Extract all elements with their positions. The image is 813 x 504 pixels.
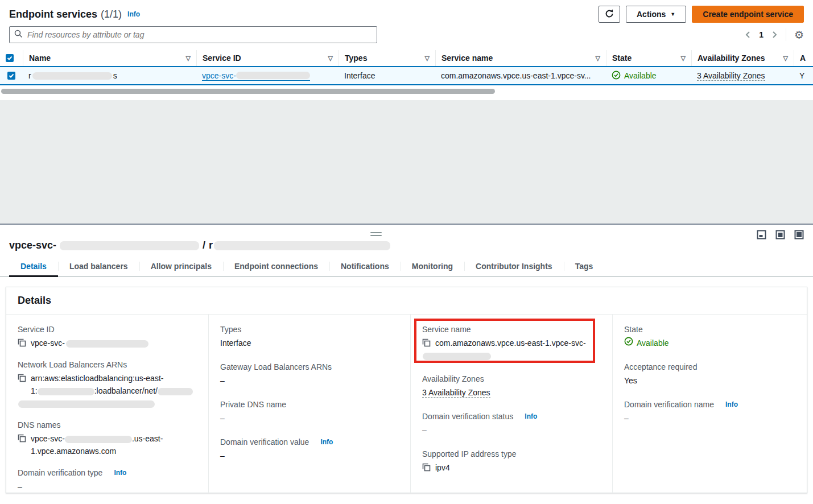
check-circle-icon <box>612 71 621 81</box>
service-id-link[interactable]: vpce-svc- <box>202 71 310 81</box>
info-link[interactable]: Info <box>114 467 126 478</box>
search-box[interactable] <box>9 26 377 43</box>
field-availability-zones: Availability Zones 3 Availability Zones <box>422 373 601 399</box>
availability-zones-popover-trigger[interactable]: 3 Availability Zones <box>697 71 765 81</box>
copy-icon[interactable] <box>422 463 431 472</box>
dns-name-value: .us-east- <box>132 434 163 443</box>
field-value: – <box>220 449 399 462</box>
details-column-2: Types Interface Gateway Load Balancers A… <box>208 315 410 493</box>
field-label: Supported IP address type <box>422 448 517 460</box>
tab-contributor-insights[interactable]: Contributor Insights <box>464 258 564 276</box>
column-header-service-id[interactable]: Service ID ▽ <box>196 50 339 66</box>
check-circle-icon <box>624 337 633 349</box>
table-row[interactable]: r s vpce-svc- Interface com.amazonaws.vp… <box>0 66 813 85</box>
copy-icon[interactable] <box>18 434 26 443</box>
field-acceptance-required: Acceptance required Yes <box>624 361 795 387</box>
state-text: Available <box>624 71 657 80</box>
field-domain-verification-name: Domain verification name Info – <box>624 399 795 424</box>
pagination: 1 ⚙ <box>745 28 804 41</box>
page-header: Endpoint services (1/1) Info Actions ▼ C… <box>0 0 813 23</box>
row-checkbox[interactable] <box>7 72 15 80</box>
endpoint-services-table: Name ▽ Service ID ▽ Types ▽ Service name… <box>0 50 813 94</box>
cell-types: Interface <box>339 67 435 84</box>
field-glb-arns: Gateway Load Balancers ARNs – <box>220 361 399 387</box>
info-link[interactable]: Info <box>320 436 333 448</box>
field-value: – <box>220 412 399 424</box>
field-value: – <box>422 424 601 436</box>
panel-resize-handle[interactable] <box>370 232 382 238</box>
create-button-label: Create endpoint service <box>703 10 793 19</box>
horizontal-scrollbar-thumb[interactable] <box>1 89 495 94</box>
search-input[interactable] <box>26 30 372 40</box>
name-text: r <box>28 71 31 80</box>
sort-icon: ▽ <box>783 55 788 62</box>
panel-size-large-icon[interactable] <box>794 230 804 239</box>
tab-monitoring[interactable]: Monitoring <box>401 258 464 276</box>
service-id-text: vpce-svc- <box>202 71 236 80</box>
horizontal-scrollbar <box>1 89 812 94</box>
panel-size-small-icon[interactable] <box>757 230 766 239</box>
current-page-number[interactable]: 1 <box>759 30 764 39</box>
info-link[interactable]: Info <box>725 399 738 410</box>
name-text: s <box>113 71 117 80</box>
tab-details[interactable]: Details <box>9 258 58 276</box>
column-label: A <box>800 53 806 63</box>
handle-bar <box>370 232 382 233</box>
actions-button[interactable]: Actions ▼ <box>626 6 686 23</box>
cell-name: r s <box>23 67 196 84</box>
supported-ip-value: ipv4 <box>435 461 450 474</box>
background-filler <box>0 100 813 224</box>
tab-load-balancers[interactable]: Load balancers <box>58 258 139 276</box>
cell-state: Available <box>606 67 691 84</box>
panel-size-medium-icon[interactable] <box>775 230 785 239</box>
page-info-link[interactable]: Info <box>127 10 140 18</box>
tab-endpoint-connections[interactable]: Endpoint connections <box>223 258 329 276</box>
previous-page-button[interactable] <box>745 31 751 39</box>
column-header-types[interactable]: Types ▽ <box>339 50 435 66</box>
copy-icon[interactable] <box>18 374 26 382</box>
availability-zones-popover-trigger[interactable]: 3 Availability Zones <box>422 388 490 398</box>
column-label: State <box>612 53 632 63</box>
copy-icon[interactable] <box>422 338 431 347</box>
column-header-state[interactable]: State ▽ <box>606 50 691 66</box>
column-header-availability-zones[interactable]: Availability Zones ▽ <box>691 50 794 66</box>
table-header-row: Name ▽ Service ID ▽ Types ▽ Service name… <box>0 50 813 66</box>
field-value: Yes <box>624 374 795 387</box>
field-label: State <box>624 324 643 335</box>
field-value: – <box>220 374 399 387</box>
refresh-button[interactable] <box>599 6 620 23</box>
column-header-service-name[interactable]: Service name ▽ <box>435 50 606 66</box>
field-label: Network Load Balancers ARNs <box>18 359 127 370</box>
copy-icon[interactable] <box>18 338 26 347</box>
field-domain-verification-value: Domain verification value Info – <box>220 436 399 462</box>
select-all-checkbox-cell <box>0 50 23 66</box>
field-service-id: Service ID vpce-svc- <box>18 324 197 349</box>
search-icon <box>14 30 23 40</box>
service-name-value: com.amazonaws.vpce.us-east-1.vpce-svc- <box>435 338 586 348</box>
redacted-text <box>32 72 112 80</box>
details-card-body: Service ID vpce-svc- Network Load Balanc… <box>6 315 807 493</box>
panel-title-name-prefix: r <box>209 239 213 251</box>
redacted-text <box>158 388 193 395</box>
info-link[interactable]: Info <box>525 411 537 422</box>
create-endpoint-service-button[interactable]: Create endpoint service <box>692 6 804 23</box>
column-header-partial[interactable]: A <box>794 50 813 66</box>
field-label: Service name <box>422 324 471 335</box>
endpoint-services-list-section: Endpoint services (1/1) Info Actions ▼ C… <box>0 0 813 100</box>
settings-gear-icon[interactable]: ⚙ <box>794 30 804 40</box>
tab-notifications[interactable]: Notifications <box>329 258 401 276</box>
tab-allow-principals[interactable]: Allow principals <box>139 258 223 276</box>
field-label: Gateway Load Balancers ARNs <box>220 361 332 373</box>
dns-name-value: 1.vpce.amazonaws.com <box>31 447 116 456</box>
column-header-name[interactable]: Name ▽ <box>23 50 196 66</box>
cell-service-id: vpce-svc- <box>196 67 339 84</box>
field-service-name: Service name com.amazonaws.vpce.us-east-… <box>422 324 601 362</box>
select-all-checkbox[interactable] <box>6 54 14 62</box>
redacted-text <box>18 400 155 408</box>
field-label: Domain verification name <box>624 399 714 410</box>
next-page-button[interactable] <box>771 31 778 39</box>
panel-title-separator: / <box>203 239 205 251</box>
field-value: – <box>624 412 795 424</box>
resource-count: (1/1) <box>101 9 122 20</box>
tab-tags[interactable]: Tags <box>564 258 605 276</box>
